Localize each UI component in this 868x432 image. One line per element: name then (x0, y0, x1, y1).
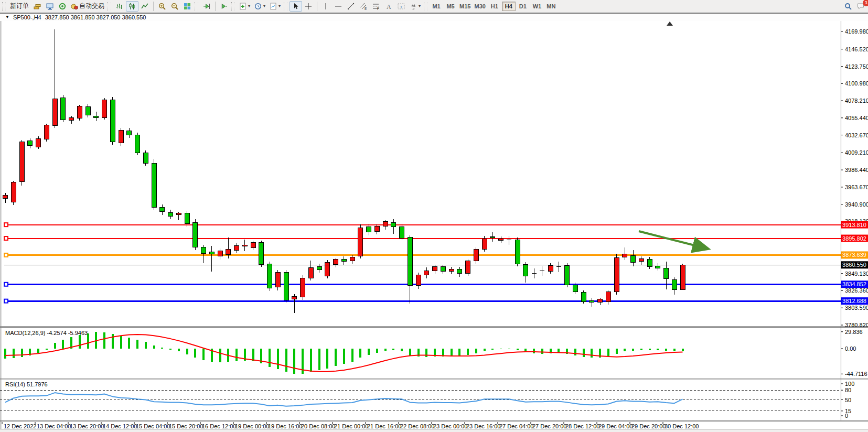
zoom-in-button[interactable] (156, 1, 168, 12)
market-watch-button[interactable] (31, 1, 44, 12)
cursor-tool-button[interactable] (290, 1, 302, 12)
svg-text:28 Dec 12:00: 28 Dec 12:00 (565, 423, 599, 429)
timeframe-button-mn[interactable]: MN (544, 2, 558, 11)
svg-text:T: T (400, 4, 403, 9)
svg-text:4169.980: 4169.980 (845, 28, 868, 35)
svg-text:20 Dec 08:00: 20 Dec 08:00 (301, 423, 335, 429)
svg-text:3873.639: 3873.639 (842, 252, 866, 258)
svg-text:4146.520: 4146.520 (845, 46, 868, 52)
data-window-button[interactable] (44, 1, 56, 12)
tile-windows-icon (184, 3, 191, 10)
text-a-icon: A (385, 3, 392, 10)
toolbar: 新订单 自动交易 ▾ ▾ ▾ E F A T ▾ M1M5M15M30H1H4D… (0, 0, 868, 13)
toolbar-grip (284, 2, 287, 10)
svg-text:27 Dec 20:00: 27 Dec 20:00 (532, 423, 566, 429)
svg-text:19 Dec 16:00: 19 Dec 16:00 (268, 423, 302, 429)
search-button[interactable] (842, 1, 854, 12)
new-order-button[interactable]: 新订单 (8, 1, 31, 12)
toolbar-separator (215, 2, 216, 11)
line-chart-button[interactable] (138, 1, 151, 12)
cursor-icon (292, 3, 299, 10)
svg-text:3940.900: 3940.900 (845, 201, 868, 208)
trendline-tool-button[interactable] (345, 1, 357, 12)
candlestick-icon (128, 3, 136, 10)
svg-text:19 Dec 00:00: 19 Dec 00:00 (235, 423, 269, 429)
toolbar-separator (317, 2, 317, 11)
signal-icon (59, 3, 66, 10)
svg-text:3780.820: 3780.820 (845, 322, 868, 328)
svg-text:13 Dec 20:00: 13 Dec 20:00 (70, 423, 104, 429)
toolbar-grip (2, 2, 6, 10)
indicators-button[interactable]: ▾ (237, 1, 252, 12)
strategy-navigator-button[interactable] (56, 1, 69, 12)
chart-canvas[interactable]: 4169.9804146.5204123.7504100.9804078.210… (0, 21, 868, 432)
tile-windows-button[interactable] (181, 1, 194, 12)
template-icon (270, 3, 277, 10)
svg-text:80: 80 (845, 387, 851, 393)
timeframe-button-w1[interactable]: W1 (530, 2, 544, 11)
svg-text:4100.980: 4100.980 (845, 80, 868, 87)
svg-text:23 Dec 00:00: 23 Dec 00:00 (433, 423, 467, 429)
auto-scroll-button[interactable] (200, 1, 213, 12)
chart-shift-button[interactable] (218, 1, 230, 12)
line-chart-icon (141, 3, 148, 10)
svg-text:4123.750: 4123.750 (845, 63, 868, 70)
svg-text:RSI(14) 51.7976: RSI(14) 51.7976 (5, 381, 48, 387)
timeframe-button-d1[interactable]: D1 (516, 2, 530, 11)
text-label-icon: T (398, 3, 405, 10)
svg-text:30 Dec 12:00: 30 Dec 12:00 (665, 423, 699, 429)
bar-chart-button[interactable] (113, 1, 126, 12)
vertical-line-icon (322, 3, 329, 10)
auto-scroll-icon (203, 3, 210, 10)
auto-trading-icon (71, 3, 78, 10)
chart-dropdown-icon[interactable]: ▼ (5, 15, 9, 19)
chart-shift-icon (220, 3, 228, 10)
toolbar-separator (153, 2, 154, 11)
svg-text:3849.130: 3849.130 (845, 271, 868, 277)
timeframe-button-m30[interactable]: M30 (473, 2, 487, 11)
channel-tool-button[interactable]: E (357, 1, 370, 12)
trendline-icon (347, 3, 355, 10)
add-indicator-icon (239, 3, 247, 10)
auto-trading-button[interactable]: 自动交易 (69, 1, 106, 12)
community-chat-button[interactable]: 1 (854, 1, 867, 12)
svg-text:0: 0 (845, 413, 848, 419)
search-icon (844, 3, 852, 10)
toolbar-grip (195, 2, 198, 10)
templates-button[interactable]: ▾ (267, 1, 283, 12)
svg-text:16 Dec 12:00: 16 Dec 12:00 (202, 423, 236, 429)
mt4-terminal-window: { "toolbar": { "new_order_label": "新订单",… (0, 0, 868, 432)
timeframe-button-h1[interactable]: H1 (488, 2, 501, 11)
text-tool-button[interactable]: A (382, 1, 395, 12)
candle-chart-button[interactable] (126, 1, 138, 12)
svg-text:3812.688: 3812.688 (842, 298, 866, 304)
svg-text:23 Dec 16:00: 23 Dec 16:00 (466, 423, 500, 429)
zoom-out-button[interactable] (168, 1, 181, 12)
vertical-line-tool-button[interactable] (319, 1, 332, 12)
svg-text:0.00: 0.00 (845, 345, 856, 352)
arrows-tool-button[interactable]: ▾ (408, 1, 423, 12)
timeframe-button-m15[interactable]: M15 (458, 2, 472, 11)
chevron-down-icon: ▾ (278, 4, 281, 8)
svg-text:22 Dec 08:00: 22 Dec 08:00 (400, 423, 434, 429)
svg-text:E: E (365, 6, 367, 10)
timeframe-button-h4[interactable]: H4 (502, 2, 516, 11)
arrows-icon (410, 3, 417, 10)
timeframe-button-m5[interactable]: M5 (444, 2, 457, 11)
crosshair-tool-button[interactable] (302, 1, 315, 12)
text-label-tool-button[interactable]: T (395, 1, 408, 12)
svg-text:4055.440: 4055.440 (845, 115, 868, 121)
zoom-in-icon (158, 3, 166, 10)
svg-text:3895.802: 3895.802 (842, 235, 866, 242)
svg-text:3913.810: 3913.810 (842, 222, 866, 228)
horizontal-line-tool-button[interactable] (332, 1, 345, 12)
clock-icon (254, 3, 262, 10)
svg-text:50: 50 (845, 397, 851, 403)
periods-button[interactable]: ▾ (252, 1, 267, 12)
svg-text:3834.852: 3834.852 (842, 281, 866, 287)
horizontal-line-icon (335, 3, 342, 10)
chart-title-bar: ▼ SP500-,H4 3827.850 3861.850 3827.050 3… (0, 13, 868, 21)
fibonacci-tool-button[interactable]: F (370, 1, 382, 12)
svg-text:27 Dec 04:00: 27 Dec 04:00 (499, 423, 533, 429)
timeframe-button-m1[interactable]: M1 (430, 2, 443, 11)
